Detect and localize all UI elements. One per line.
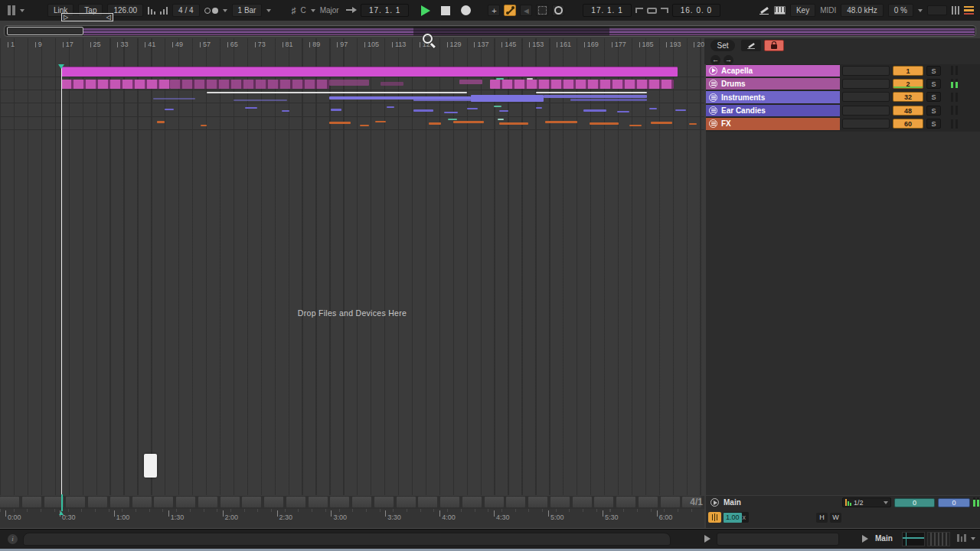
track-width-button[interactable]: W — [830, 513, 841, 523]
main-volume-field[interactable]: 0 — [938, 498, 970, 507]
quantize-menu[interactable]: 1 Bar — [232, 4, 263, 17]
solo-button[interactable]: S — [926, 119, 941, 129]
clip-ear_candies[interactable] — [467, 108, 478, 109]
track-io-box[interactable] — [842, 92, 890, 102]
beat-time-ruler[interactable]: 1917253341495765738189971051131211291371… — [0, 38, 704, 64]
clip-ear_candies[interactable] — [387, 106, 394, 108]
clip-instruments[interactable] — [234, 99, 287, 101]
clip-drums[interactable] — [381, 82, 403, 86]
menu-icon[interactable] — [964, 6, 974, 15]
track-fold-icon[interactable] — [709, 93, 717, 102]
clip-drums[interactable] — [459, 80, 482, 84]
metronome-icon[interactable] — [204, 8, 218, 14]
clip-drums[interactable] — [490, 80, 674, 89]
automation-arm-button[interactable] — [504, 5, 516, 16]
clip-instruments[interactable] — [471, 95, 544, 102]
scale-root-caret-icon[interactable] — [311, 9, 315, 12]
clip-drums[interactable] — [61, 80, 170, 89]
midi-capture-region-button[interactable] — [536, 5, 548, 16]
clip-fx[interactable] — [498, 119, 504, 120]
track-name-bar[interactable]: Drums — [706, 78, 840, 90]
loop-end-handle-icon[interactable]: ◁ — [106, 14, 111, 21]
clip-ear_candies[interactable] — [583, 109, 606, 112]
overview-viewport-box[interactable] — [7, 27, 83, 35]
loop-length-field[interactable]: 16. 0. 0 — [672, 4, 720, 17]
arrangement-start-marker-icon[interactable] — [58, 64, 64, 69]
clip-ear_candies[interactable] — [165, 109, 174, 110]
show-main-device-button[interactable] — [862, 535, 868, 543]
track-fold-icon[interactable] — [709, 119, 717, 128]
track-lane-fx[interactable] — [0, 118, 704, 131]
track-activator-button[interactable]: 2 — [893, 79, 923, 89]
solo-button[interactable]: S — [926, 66, 941, 76]
clip-fx[interactable] — [689, 123, 697, 125]
main-pan-field[interactable]: 0 — [894, 498, 935, 507]
output-meter-icon[interactable] — [957, 534, 966, 542]
arrangement-position-field[interactable]: 17. 1. 1 — [361, 4, 409, 17]
clip-fx[interactable] — [545, 121, 577, 123]
re-enable-automation-button[interactable]: ◄ — [520, 5, 532, 16]
grid-interval-select[interactable]: 1/2 — [842, 497, 891, 507]
clip-fx[interactable] — [429, 122, 441, 125]
scale-icon[interactable]: ♯ — [291, 5, 296, 16]
play-button[interactable] — [421, 5, 430, 16]
track-io-box[interactable] — [842, 79, 890, 89]
footer-caret-icon[interactable] — [971, 537, 975, 540]
clip-drums[interactable] — [170, 80, 329, 89]
clip-instruments[interactable] — [153, 98, 195, 99]
clip-drums[interactable] — [329, 80, 369, 86]
clip-fx[interactable] — [201, 125, 207, 126]
clip-lanes[interactable] — [0, 64, 704, 132]
track-name-bar[interactable]: Acapella — [706, 65, 840, 77]
track-activator-button[interactable]: 1 — [893, 66, 923, 76]
capture-midi-button[interactable] — [552, 5, 564, 16]
clip-instruments[interactable] — [536, 92, 647, 93]
clip-ear_candies[interactable] — [282, 110, 289, 112]
clip-fx[interactable] — [629, 125, 642, 126]
quantize-caret-icon[interactable] — [266, 9, 271, 12]
follow-button[interactable] — [346, 7, 357, 15]
time-ruler[interactable]: 0:000:301:001:302:002:303:003:304:004:30… — [0, 509, 704, 528]
draw-mode-button[interactable] — [760, 6, 769, 15]
track-io-box[interactable] — [842, 66, 890, 76]
clip-ear_candies[interactable] — [331, 109, 341, 111]
time-signature-field[interactable]: 4 / 4 — [172, 4, 199, 17]
loop-start-handle-icon[interactable]: ▷ — [64, 14, 68, 21]
solo-button[interactable]: S — [926, 106, 941, 116]
clip-ear_candies[interactable] — [675, 109, 686, 111]
loop-brace[interactable]: ▷◁ — [61, 13, 113, 21]
clip-fx[interactable] — [360, 125, 369, 126]
clip-acapella[interactable] — [61, 67, 678, 77]
metronome-caret-icon[interactable] — [223, 9, 227, 12]
show-detail-view-button[interactable] — [704, 535, 710, 543]
track-fold-icon[interactable] — [709, 80, 717, 88]
track-name-bar[interactable]: Ear Candies — [706, 105, 840, 117]
cpu-meter-field[interactable]: 0 % — [888, 4, 913, 17]
main-unfold-icon[interactable] — [710, 498, 719, 507]
dragged-clip-ghost[interactable] — [144, 454, 157, 478]
clip-instruments[interactable] — [570, 99, 647, 101]
loop-switch[interactable] — [647, 8, 657, 14]
clip-ear_candies[interactable] — [494, 106, 501, 107]
phase-nudge-down-icon[interactable] — [148, 7, 155, 15]
clip-fx[interactable] — [157, 121, 165, 123]
record-button[interactable] — [461, 5, 471, 15]
control-surface-caret-icon[interactable] — [20, 9, 24, 12]
track-fold-icon[interactable] — [709, 106, 717, 115]
main-track-lane[interactable] — [0, 496, 704, 509]
clip-ear_candies[interactable] — [413, 109, 433, 112]
set-locator-button[interactable]: Set — [710, 40, 735, 51]
clip-instruments[interactable] — [207, 92, 467, 93]
punch-in-button[interactable] — [635, 8, 643, 13]
main-track-name[interactable]: Main — [724, 498, 741, 507]
draw-automation-button[interactable] — [741, 40, 761, 51]
loop-start-field[interactable]: 17. 1. 1 — [583, 4, 631, 17]
track-lane-drums[interactable] — [0, 77, 704, 90]
track-lane-ear_candies[interactable] — [0, 104, 704, 117]
track-height-button[interactable]: H — [816, 513, 828, 523]
phase-nudge-up-icon[interactable] — [160, 7, 168, 15]
computer-midi-keyboard-button[interactable] — [774, 6, 786, 15]
solo-button[interactable]: S — [926, 79, 941, 89]
overdub-button[interactable]: + — [488, 5, 500, 16]
track-name-bar[interactable]: FX — [706, 118, 840, 130]
